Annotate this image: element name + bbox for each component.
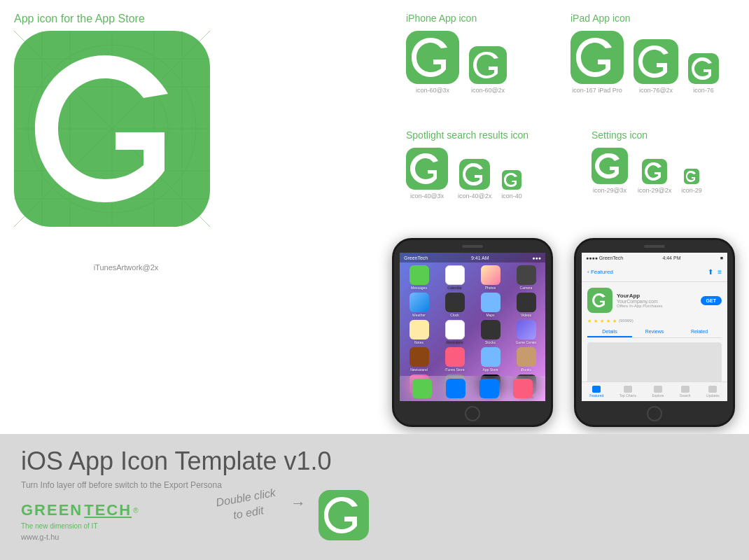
iphone-icon-60-3x-label: icon-60@3x: [416, 87, 449, 94]
brand-logo: GREEN TECH ®: [21, 501, 728, 519]
spotlight-icon-40-label: icon-40: [501, 192, 522, 200]
tab-details[interactable]: Details: [587, 327, 632, 337]
tab-reviews[interactable]: Reviews: [632, 327, 677, 337]
ipad-icon-76-image: [688, 53, 719, 84]
appstore-carrier: ●●●● GreenTech: [586, 255, 623, 260]
phone-speaker-2: [644, 245, 665, 248]
spotlight-section: Spotlight search results icon icon-40@3x…: [406, 130, 528, 200]
updates-icon: [708, 386, 717, 393]
app-maps: Maps: [474, 293, 507, 317]
appstore-share-btn[interactable]: ⬆: [708, 268, 713, 276]
spotlight-icon-40-2x-label: icon-40@2x: [458, 192, 491, 200]
appstore-get-button[interactable]: GET: [701, 296, 722, 305]
iphone-appstore-mockup: ●●●● GreenTech 4:44 PM ■ ‹ Featured ⬆ ≡: [574, 238, 735, 427]
updates-label: Updates: [706, 393, 720, 398]
bottom-tab-search[interactable]: Search: [680, 386, 691, 398]
explore-icon: [654, 386, 662, 393]
bottom-g-icon-image: [318, 490, 369, 540]
app-newsstand: Newsstand: [402, 347, 435, 372]
settings-icon-29-2x-label: icon-29@2x: [638, 187, 671, 194]
app-calendar: Calendar: [438, 265, 471, 290]
spotlight-icon-40-image: [502, 170, 522, 190]
spotlight-icon-40-3x: icon-40@3x: [406, 148, 448, 200]
appstore-back-btn[interactable]: ‹ Featured: [587, 269, 613, 275]
brand-trademark: ®: [133, 507, 138, 514]
settings-icon-29-2x-image: [642, 159, 667, 184]
settings-icon-29: icon-29: [681, 169, 702, 194]
bottom-tab-updates[interactable]: Updates: [706, 386, 720, 398]
iphone-section: iPhone App icon icon-60@3x icon-60@2x: [406, 13, 507, 94]
settings-icon-29-3x: icon-29@3x: [592, 148, 628, 194]
app-notes: Notes: [402, 320, 435, 344]
appstore-app-name: YourApp: [617, 293, 696, 299]
app-videos: Videos: [510, 293, 542, 317]
iphone-homescreen: GreenTech 9:41 AM ●●● Messages Calendar …: [400, 253, 545, 401]
double-click-text: Double clickto edit: [215, 486, 276, 522]
phone-speaker-1: [462, 245, 483, 248]
double-click-label: Double clickto edit: [215, 485, 280, 526]
app-clock: Clock: [438, 293, 471, 317]
search-label: Search: [680, 393, 691, 398]
template-subtitle: Turn Info layer off before switch to the…: [21, 480, 728, 490]
ipad-icon-76-label: icon-76: [693, 87, 714, 94]
featured-label: Featured: [589, 393, 603, 398]
appstore-app-info: YourApp YourCompany.com Offers In-App Pu…: [617, 293, 696, 308]
iphone-appstore-screen: ●●●● GreenTech 4:44 PM ■ ‹ Featured ⬆ ≡: [582, 253, 727, 401]
phone-home-btn-1: [465, 406, 480, 421]
phone-top-bar-2: [576, 240, 733, 253]
bottom-tab-explore[interactable]: Explore: [652, 386, 664, 398]
spotlight-icon-40-2x: icon-40@2x: [458, 159, 491, 200]
iphone-icon-60-2x: icon-60@2x: [469, 46, 507, 94]
dock-mail: [446, 379, 465, 398]
ios-status-bar-1: GreenTech 9:41 AM ●●●: [400, 253, 545, 262]
appstore-app-icon: [587, 288, 612, 313]
iphone-icon-60-3x-image: [406, 31, 459, 84]
star-rating: ★ ★ ★ ★ ★ (99999): [587, 318, 722, 324]
search-icon: [681, 386, 690, 393]
appstore-menu-btn[interactable]: ≡: [718, 268, 722, 276]
spotlight-icon-40-2x-image: [459, 159, 490, 190]
bottom-tab-featured[interactable]: Featured: [589, 386, 603, 398]
app-messages: Messages: [402, 265, 435, 290]
app-itunes-s: iTunes Store: [438, 347, 471, 372]
app-gc: Game Center: [510, 320, 542, 344]
phones-area: GreenTech 9:41 AM ●●● Messages Calendar …: [392, 238, 735, 427]
explore-label: Explore: [652, 393, 664, 398]
settings-icon-29-2x: icon-29@2x: [638, 159, 671, 194]
brand-tagline: The new dimension of IT: [21, 522, 728, 530]
app-stocks: Stocks: [474, 320, 507, 344]
status-indicators: ●●●: [532, 255, 541, 260]
featured-icon: [592, 386, 601, 393]
status-app-name: GreenTech: [404, 255, 428, 260]
ios-status-bar-2: ●●●● GreenTech 4:44 PM ■: [582, 253, 727, 262]
app-camera: Camera: [510, 265, 542, 290]
appstore-company: YourCompany.com: [617, 299, 696, 304]
bottom-section: iOS App Icon Template v1.0 Turn Info lay…: [0, 434, 749, 560]
dock-phone: [412, 379, 432, 398]
appstore-detail-tabs: Details Reviews Related: [587, 327, 722, 338]
ios-dock: [400, 376, 545, 401]
star-4: ★: [606, 318, 610, 324]
bottom-tab-charts[interactable]: Top Charts: [620, 386, 636, 398]
app-weather: Weather: [402, 293, 435, 317]
ipad-icon-167: icon-167 iPad Pro: [570, 31, 624, 94]
ipad-icon-76-2x-image: [634, 39, 678, 84]
iphone-icon-60-2x-image: [469, 46, 507, 84]
settings-icon-29-label: icon-29: [681, 187, 702, 194]
double-click-arrow: →: [290, 494, 306, 512]
settings-icons-row: icon-29@3x icon-29@2x icon-29: [592, 148, 702, 194]
spotlight-section-title: Spotlight search results icon: [406, 130, 528, 141]
star-3: ★: [600, 318, 604, 324]
appstore-inapp: Offers In-App Purchases: [617, 304, 696, 308]
ipad-icon-167-label: icon-167 iPad Pro: [572, 87, 622, 94]
itunes-label: iTunesArtwork@2x: [28, 263, 224, 272]
brand-name: GREEN: [21, 501, 83, 519]
ipad-icon-76: icon-76: [688, 53, 719, 94]
appstore-app-listing: YourApp YourCompany.com Offers In-App Pu…: [587, 288, 722, 313]
app-store-label: App icon for the App Store: [14, 13, 145, 25]
tab-related[interactable]: Related: [677, 327, 722, 337]
app-reminders: Reminders: [438, 320, 471, 344]
dock-music: [513, 379, 533, 398]
settings-icon-29-3x-label: icon-29@3x: [593, 187, 626, 194]
settings-section: Settings icon icon-29@3x icon-29@2x: [592, 130, 702, 194]
